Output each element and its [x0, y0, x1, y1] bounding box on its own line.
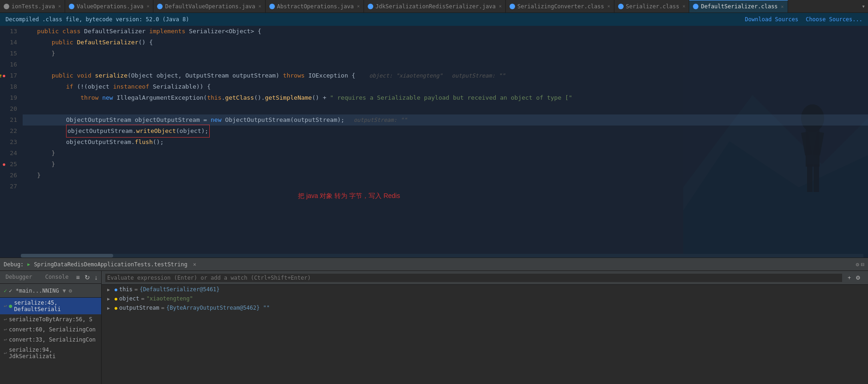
- horizontal-scrollbar[interactable]: [21, 254, 863, 258]
- tab-close[interactable]: ×: [259, 4, 261, 9]
- line-number-13: 13: [0, 26, 17, 37]
- frames-list: ↩ ● serialize:45, DefaultSeriali ↩ seria…: [0, 298, 101, 361]
- code-content[interactable]: public class DefaultSerializer implement…: [21, 26, 868, 258]
- code-line-20: [23, 103, 868, 114]
- tab-icon: [368, 4, 373, 9]
- obj-icon-outputStream: ●: [115, 306, 117, 311]
- expand-icon-this[interactable]: ▶: [107, 287, 113, 292]
- debug-session-close[interactable]: ×: [193, 261, 196, 268]
- line-number-16: 16: [0, 59, 17, 70]
- line-number-17: ↑ ● 17: [0, 70, 17, 81]
- frame-label-1: serializeToBytArray:56, S: [9, 316, 92, 323]
- tab-close[interactable]: ×: [781, 4, 784, 9]
- tab-bar: ionTests.java × ValueOperations.java × D…: [0, 0, 868, 13]
- tab-console[interactable]: Console: [40, 274, 74, 281]
- tab-close[interactable]: ×: [357, 4, 360, 9]
- tab-debugger[interactable]: Debugger: [0, 274, 38, 281]
- tab-AbstractOperations[interactable]: AbstractOperations.java ×: [266, 0, 364, 12]
- filter-icon[interactable]: ▼: [63, 288, 66, 294]
- debug-variables-panel: + ⚙ ▶ ● this = {DefaultSerializer@5461} …: [102, 271, 868, 384]
- tab-icon: [69, 4, 74, 9]
- tab-close[interactable]: ×: [58, 4, 61, 9]
- tab-DefaultValueOperations[interactable]: DefaultValueOperations.java ×: [153, 0, 265, 12]
- debug-eval-header: + ⚙: [102, 271, 868, 285]
- code-line-21: ObjectOutputStream objectOutputStream = …: [23, 114, 868, 126]
- tab-DefaultSerializer[interactable]: DefaultSerializer.class ×: [689, 0, 788, 12]
- tab-Serializer[interactable]: Serializer.class ×: [614, 0, 690, 12]
- tab-icon: [618, 4, 624, 9]
- debug-resize-icon[interactable]: ⊟: [861, 261, 864, 268]
- tab-close[interactable]: ×: [682, 4, 685, 9]
- code-line-24: }: [23, 148, 868, 159]
- debug-frames-panel: Debugger Console ≡ ↻ ↓ ↑ ⤵ ⊞ ⊟ ✓ ✓ *ma: [0, 271, 102, 384]
- code-line-18: if (!(object instanceof Serializable)) {: [23, 81, 868, 92]
- line-number-14: 14: [0, 37, 17, 48]
- eval-add-btn[interactable]: +: [846, 274, 853, 282]
- debug-session-icon: ▶: [27, 262, 30, 267]
- debug-title-label: Debug:: [4, 261, 24, 268]
- line-number-26: 26: [0, 170, 17, 181]
- tab-close[interactable]: ×: [607, 4, 610, 9]
- expand-icon-object[interactable]: ▶: [107, 296, 113, 301]
- eval-settings-btn[interactable]: ⚙: [854, 274, 862, 282]
- code-editor: 13 14 15 16 ↑ ● 17 18 19 20 21 22 23 24 …: [0, 26, 868, 258]
- debug-settings-icon[interactable]: ⚙: [856, 261, 859, 268]
- debug-tabs-row: Debugger Console ≡ ↻ ↓ ↑ ⤵ ⊞ ⊟: [0, 271, 101, 284]
- chinese-annotation: 把 java 对象 转为 字节，写入 Redis: [298, 192, 400, 200]
- variable-item-this[interactable]: ▶ ● this = {DefaultSerializer@5461}: [102, 285, 868, 294]
- tab-close[interactable]: ×: [146, 4, 149, 9]
- code-line-22: objectOutputStream.writeObject(object);: [23, 126, 868, 137]
- frame-arrow-0: ↩: [4, 303, 7, 309]
- frame-item-4[interactable]: ↩ serialize:94, JdkSerializati: [0, 345, 101, 361]
- tab-label: JdkSerializationRedisSerializer.java: [376, 3, 496, 10]
- line-number-22: 22: [0, 126, 17, 137]
- choose-sources-link[interactable]: Choose Sources...: [806, 16, 862, 23]
- tab-label: Serializer.class: [626, 3, 680, 10]
- debug-tab-toolbar: ≡ ↻ ↓ ↑ ⤵ ⊞ ⊟: [74, 273, 102, 282]
- frame-label-0: serialize:45, DefaultSeriali: [14, 300, 97, 312]
- debug-btn-list[interactable]: ≡: [74, 273, 81, 282]
- frame-settings-icon[interactable]: ⚙: [69, 288, 72, 294]
- tab-label: AbstractOperations.java: [277, 3, 354, 10]
- tab-icon: [693, 4, 698, 9]
- variable-item-outputStream[interactable]: ▶ ● outputStream = {ByteArrayOutputStrea…: [102, 303, 868, 312]
- var-name-outputStream: outputStream: [119, 305, 159, 311]
- code-line-19: throw new IllegalArgumentException(this.…: [23, 92, 868, 103]
- tab-icon: [269, 4, 275, 9]
- var-eq-this: =: [134, 286, 138, 293]
- tab-label: ionTests.java: [12, 3, 55, 10]
- code-line-26: }: [23, 170, 868, 181]
- tab-ValueOperations[interactable]: ValueOperations.java ×: [65, 0, 154, 12]
- download-sources-link[interactable]: Download Sources: [745, 16, 799, 23]
- notice-bar: Decompiled .class file, bytecode version…: [0, 13, 868, 26]
- tab-label: DefaultValueOperations.java: [165, 3, 255, 10]
- code-line-25: }: [23, 159, 868, 170]
- variable-item-object[interactable]: ▶ ● object = "xiaotengteng": [102, 294, 868, 303]
- expand-icon-outputStream[interactable]: ▶: [107, 306, 113, 311]
- tab-SerializingConverter[interactable]: SerializingConverter.class ×: [506, 0, 614, 12]
- line-number-25: ● 25: [0, 159, 17, 170]
- debug-btn-step-into[interactable]: ↓: [93, 273, 100, 282]
- scrollbar-thumb-h[interactable]: [21, 254, 113, 258]
- line-numbers: 13 14 15 16 ↑ ● 17 18 19 20 21 22 23 24 …: [0, 26, 21, 258]
- code-line-13: public class DefaultSerializer implement…: [23, 26, 868, 37]
- frame-arrow-1: ↩: [4, 316, 7, 323]
- obj-icon-object: ●: [115, 296, 117, 301]
- tab-icon: [4, 4, 9, 9]
- frame-item-1[interactable]: ↩ serializeToBytArray:56, S: [0, 314, 101, 324]
- debug-header: Debug: ▶ SpringDataRedisDemoApplicationT…: [0, 258, 868, 271]
- frame-item-3[interactable]: ↩ convert:33, SerializingCon: [0, 335, 101, 345]
- eval-expression-input[interactable]: [105, 274, 842, 282]
- line-number-23: 23: [0, 137, 17, 148]
- var-eq-object: =: [141, 295, 144, 302]
- var-name-object: object: [119, 295, 139, 302]
- tab-JdkSerializationRedisSerializer[interactable]: JdkSerializationRedisSerializer.java ×: [364, 0, 506, 12]
- frame-arrow-3: ↩: [4, 336, 7, 343]
- frame-item-2[interactable]: ↩ convert:60, SerializingCon: [0, 324, 101, 335]
- debug-btn-step-over[interactable]: ↻: [83, 273, 92, 282]
- tab-overflow-chevron[interactable]: ▾: [859, 0, 868, 12]
- line-number-24: 24: [0, 148, 17, 159]
- frame-item-0[interactable]: ↩ ● serialize:45, DefaultSeriali: [0, 298, 101, 314]
- tab-ionTests[interactable]: ionTests.java ×: [0, 0, 65, 12]
- tab-close[interactable]: ×: [499, 4, 502, 9]
